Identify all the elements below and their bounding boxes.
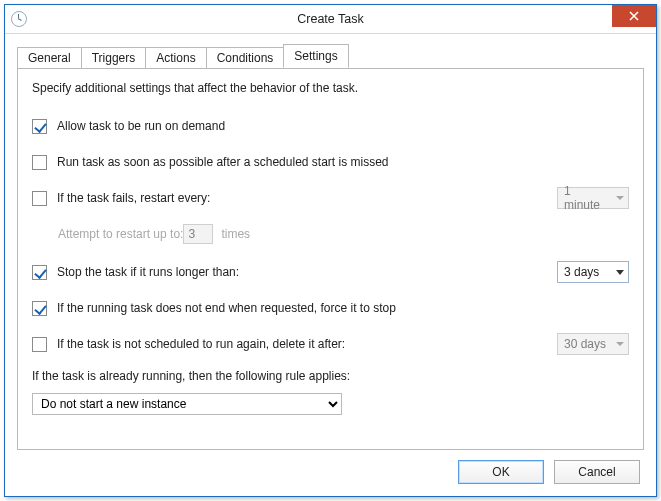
close-icon <box>629 11 639 21</box>
stop-if-longer-label: Stop the task if it runs longer than: <box>57 265 239 279</box>
window-title: Create Task <box>5 12 656 26</box>
ok-button[interactable]: OK <box>458 460 544 484</box>
tab-conditions[interactable]: Conditions <box>206 47 285 69</box>
settings-intro: Specify additional settings that affect … <box>32 81 629 95</box>
settings-pane: Specify additional settings that affect … <box>17 68 644 450</box>
delete-after-value: 30 days <box>564 337 606 351</box>
rule-label: If the task is already running, then the… <box>32 369 629 383</box>
tab-actions[interactable]: Actions <box>145 47 206 69</box>
create-task-dialog: Create Task General Triggers Actions Con… <box>4 4 657 497</box>
stop-duration-value: 3 days <box>564 265 599 279</box>
restart-on-fail-label: If the task fails, restart every: <box>57 191 210 205</box>
tabstrip: General Triggers Actions Conditions Sett… <box>17 44 644 68</box>
restart-interval-value: 1 minute <box>564 184 610 212</box>
attempt-count-input <box>183 224 213 244</box>
attempt-restart-label: Attempt to restart up to: <box>58 227 183 241</box>
allow-on-demand-checkbox[interactable] <box>32 119 47 134</box>
rule-select[interactable]: Do not start a new instance <box>32 393 342 415</box>
force-stop-checkbox[interactable] <box>32 301 47 316</box>
stop-duration-select[interactable]: 3 days <box>557 261 629 283</box>
tab-settings[interactable]: Settings <box>283 44 348 68</box>
delete-after-checkbox[interactable] <box>32 337 47 352</box>
allow-on-demand-label: Allow task to be run on demand <box>57 119 225 133</box>
chevron-down-icon <box>616 270 624 275</box>
restart-on-fail-checkbox[interactable] <box>32 191 47 206</box>
close-button[interactable] <box>612 5 656 27</box>
run-asap-missed-checkbox[interactable] <box>32 155 47 170</box>
run-asap-missed-label: Run task as soon as possible after a sch… <box>57 155 389 169</box>
cancel-button[interactable]: Cancel <box>554 460 640 484</box>
stop-if-longer-checkbox[interactable] <box>32 265 47 280</box>
delete-after-select: 30 days <box>557 333 629 355</box>
tab-triggers[interactable]: Triggers <box>81 47 147 69</box>
chevron-down-icon <box>616 342 624 346</box>
delete-after-label: If the task is not scheduled to run agai… <box>57 337 345 351</box>
force-stop-label: If the running task does not end when re… <box>57 301 396 315</box>
chevron-down-icon <box>616 196 624 200</box>
titlebar: Create Task <box>5 5 656 34</box>
dialog-buttons: OK Cancel <box>17 450 644 484</box>
tab-general[interactable]: General <box>17 47 82 69</box>
attempt-suffix-label: times <box>221 227 250 241</box>
restart-interval-select: 1 minute <box>557 187 629 209</box>
